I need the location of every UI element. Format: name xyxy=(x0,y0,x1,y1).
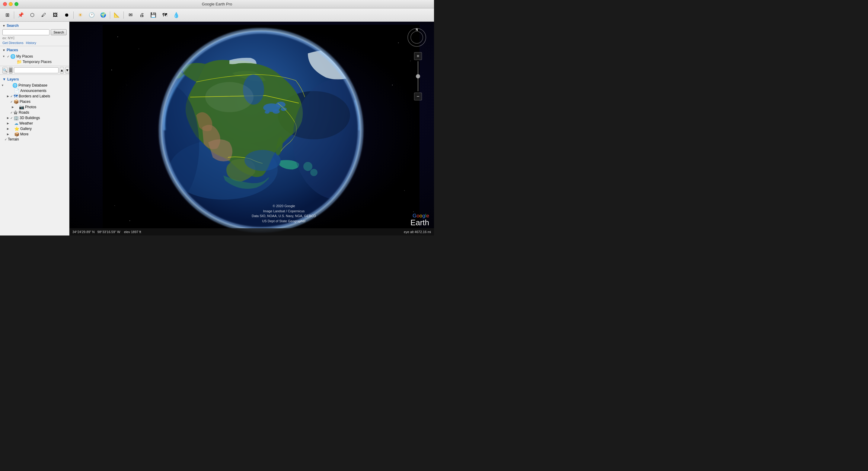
layers-section: ▼ Layers ▼ 🌐 Primary Database 📄 Announce… xyxy=(0,75,69,236)
svg-point-5 xyxy=(126,85,127,85)
attribution-line4: US Dept of State Geographer xyxy=(252,218,316,224)
weather-label: Weather xyxy=(19,121,33,126)
record-icon: ⏺ xyxy=(64,12,69,18)
temporary-places-item[interactable]: 📁 Temporary Places xyxy=(2,59,67,65)
places-layer-icon: 📦 xyxy=(13,99,19,104)
places-layer-item[interactable]: ✓ 📦 Places xyxy=(0,99,69,104)
places-title: Places xyxy=(7,48,18,52)
announcements-label: Announcements xyxy=(20,89,46,93)
ruler-icon: 📐 xyxy=(114,12,120,18)
status-bar: 34°24'29.89" N 98°33'16.59" W elev 1897 … xyxy=(69,228,434,236)
water-button[interactable]: 💧 xyxy=(171,10,182,20)
temporary-places-label: Temporary Places xyxy=(23,60,52,64)
search-places-button[interactable]: 🔍 xyxy=(2,67,7,74)
search-input[interactable] xyxy=(2,29,50,35)
path-icon: 🖊 xyxy=(41,12,46,18)
search-hint: ex: NYC xyxy=(2,36,67,40)
compass[interactable]: N xyxy=(407,28,427,47)
up-arrow-icon: ▲ xyxy=(60,68,64,72)
places-header[interactable]: ▼ Places xyxy=(2,48,67,52)
terrain-item[interactable]: ✓ Terrain xyxy=(0,137,69,142)
map-area[interactable]: N + − © 2020 Google Image Landsat / Cope… xyxy=(69,22,434,236)
weather-icon: ☁ xyxy=(14,121,19,126)
atmosphere-button[interactable]: 🌍 xyxy=(98,10,108,20)
print-icon: 🖨 xyxy=(140,12,144,18)
close-button[interactable] xyxy=(3,2,7,6)
toolbar-separator-1 xyxy=(14,11,14,19)
gallery-label: Gallery xyxy=(20,127,32,131)
add-placemark-button[interactable]: 📌 xyxy=(16,10,26,20)
my-places-item[interactable]: ▼ ✓ 🌐 My Places xyxy=(2,54,67,59)
toolbar-separator-4 xyxy=(123,11,124,19)
google-earth-logo: Google Earth xyxy=(410,213,429,227)
search-collapse-arrow: ▼ xyxy=(2,24,5,28)
history-link[interactable]: History xyxy=(26,41,36,45)
svg-text:N: N xyxy=(415,28,418,31)
add-overlay-button[interactable]: 🖼 xyxy=(50,10,61,20)
borders-labels-item[interactable]: ▶ ✓ 🗺 Borders and Labels xyxy=(0,94,69,99)
svg-point-6 xyxy=(398,42,399,43)
svg-point-18 xyxy=(273,109,280,114)
list-view-button[interactable]: ☰ xyxy=(9,67,13,74)
photos-item[interactable]: ▶ 📷 Photos xyxy=(0,104,69,110)
coordinates-display: 34°24'29.89" N 98°33'16.59" W elev 1897 … xyxy=(72,230,141,234)
layers-title: Layers xyxy=(7,77,19,81)
more-arrow: ▶ xyxy=(7,133,9,136)
save-image-button[interactable]: 💾 xyxy=(148,10,159,20)
roads-check: ✓ xyxy=(10,111,13,114)
sunlight-button[interactable]: ☀ xyxy=(75,10,86,20)
zoom-slider-handle[interactable] xyxy=(416,74,420,78)
move-down-button[interactable]: ▼ xyxy=(65,67,69,74)
measure-button[interactable]: 📐 xyxy=(112,10,122,20)
toolbar: ⊞ 📌 ⬡ 🖊 🖼 ⏺ ☀ 🕐 🌍 📐 ✉ 🖨 💾 🗺 💧 xyxy=(0,8,434,22)
zoom-out-button[interactable]: − xyxy=(414,93,422,100)
svg-point-25 xyxy=(245,150,281,171)
primary-database-item[interactable]: ▼ 🌐 Primary Database xyxy=(0,82,69,88)
gallery-item[interactable]: ▶ ⭐ Gallery xyxy=(0,126,69,132)
search-section: ▼ Search Search ex: NYC Get Directions H… xyxy=(0,22,69,46)
email-button[interactable]: ✉ xyxy=(125,10,136,20)
toolbar-separator-3 xyxy=(110,11,110,19)
svg-point-31 xyxy=(411,31,423,43)
record-tour-button[interactable]: ⏺ xyxy=(61,10,72,20)
svg-point-17 xyxy=(276,102,285,108)
map-icon: 🗺 xyxy=(162,12,167,18)
zoom-in-button[interactable]: + xyxy=(414,52,422,60)
places-search-input[interactable] xyxy=(14,67,59,73)
map-button[interactable]: 🗺 xyxy=(159,10,170,20)
earth-container: N + − © 2020 Google Image Landsat / Cope… xyxy=(69,22,434,236)
lon-display: 98°33'16.59" W xyxy=(97,230,120,234)
3d-buildings-arrow: ▶ xyxy=(7,116,9,120)
search-button[interactable]: Search xyxy=(51,29,67,35)
svg-point-11 xyxy=(404,190,405,191)
minimize-button[interactable] xyxy=(9,2,13,6)
get-directions-link[interactable]: Get Directions xyxy=(2,41,24,45)
logo-earth: Earth xyxy=(410,218,429,227)
more-item[interactable]: ▶ 📦 More xyxy=(0,132,69,137)
search-header[interactable]: ▼ Search xyxy=(2,24,67,28)
terrain-check: ✓ xyxy=(4,138,7,141)
layers-header[interactable]: ▼ Layers xyxy=(0,76,69,82)
add-path-button[interactable]: 🖊 xyxy=(38,10,49,20)
sidebar-toggle-button[interactable]: ⊞ xyxy=(2,10,13,20)
placemark-icon: 📌 xyxy=(18,12,24,18)
add-polygon-button[interactable]: ⬡ xyxy=(27,10,38,20)
move-up-button[interactable]: ▲ xyxy=(60,67,64,74)
overlay-icon: 🖼 xyxy=(53,12,58,18)
svg-point-9 xyxy=(114,205,115,206)
3d-buildings-item[interactable]: ▶ ✓ 🏢 3D Buildings xyxy=(0,115,69,121)
roads-item[interactable]: ✓ 🛣 Roads xyxy=(0,110,69,115)
announcements-item[interactable]: 📄 Announcements xyxy=(0,88,69,94)
maximize-button[interactable] xyxy=(14,2,19,6)
places-section: ▼ Places ▼ ✓ 🌐 My Places 📁 Temporary Pla… xyxy=(0,46,69,66)
svg-point-7 xyxy=(410,61,411,61)
print-button[interactable]: 🖨 xyxy=(136,10,147,20)
historical-imagery-button[interactable]: 🕐 xyxy=(86,10,97,20)
svg-point-3 xyxy=(138,48,139,49)
weather-item[interactable]: ▶ ☁ Weather xyxy=(0,121,69,126)
down-arrow-icon: ▼ xyxy=(65,68,69,72)
weather-arrow: ▶ xyxy=(7,122,9,125)
save-icon: 💾 xyxy=(150,12,156,18)
primary-db-icon: 🌐 xyxy=(12,83,18,88)
toolbar-separator-2 xyxy=(73,11,74,19)
